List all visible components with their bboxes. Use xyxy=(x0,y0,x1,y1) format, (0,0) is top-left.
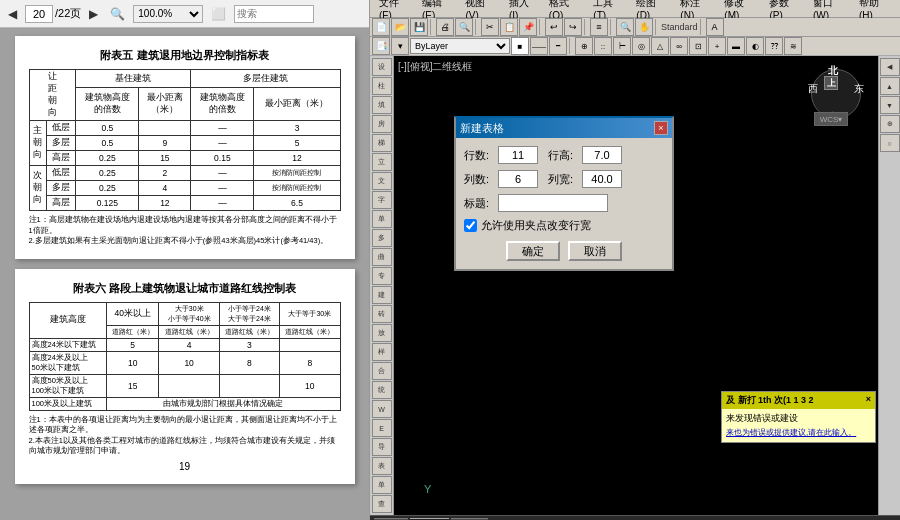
row-count-input[interactable] xyxy=(498,146,538,164)
pan-btn[interactable]: ✋ xyxy=(635,18,653,36)
tool-text-style[interactable]: 字 xyxy=(372,191,392,209)
tool-text-table[interactable]: 文 xyxy=(372,172,392,190)
osnap-btn[interactable]: △ xyxy=(651,37,669,55)
tool-fill[interactable]: 填 xyxy=(372,96,392,114)
tool-text-zoom[interactable]: 放 xyxy=(372,324,392,342)
right-tool-4[interactable]: ⊕ xyxy=(880,115,900,133)
qp-btn[interactable]: ⁇ xyxy=(765,37,783,55)
tag-input[interactable] xyxy=(498,194,608,212)
otrack-btn[interactable]: ∞ xyxy=(670,37,688,55)
cad-compass: 北 南 东 西 上 WCS▾ xyxy=(806,64,866,124)
table5-row5-v1: 0.25 xyxy=(76,181,139,196)
allow-grip-checkbox[interactable] xyxy=(464,219,477,232)
save-btn[interactable]: 💾 xyxy=(410,18,428,36)
tool-text-style2[interactable]: 样 xyxy=(372,343,392,361)
tool-brick[interactable]: 砖 xyxy=(372,305,392,323)
grid-btn[interactable]: :: xyxy=(594,37,612,55)
tool-cell-edit[interactable]: 单 xyxy=(372,476,392,494)
new-table-dialog: 新建表格 × 行数: 行高: 列数: 列宽: xyxy=(454,116,674,271)
dialog-close-button[interactable]: × xyxy=(654,121,668,135)
tool-settings[interactable]: 设 xyxy=(372,58,392,76)
page-number-input[interactable] xyxy=(25,5,53,23)
dialog-ok-button[interactable]: 确定 xyxy=(506,241,560,261)
tool-from-excel[interactable]: 导 xyxy=(372,438,392,456)
table5-row2-sub: 多层 xyxy=(47,136,76,151)
tool-column[interactable]: 柱 xyxy=(372,77,392,95)
col-count-input[interactable] xyxy=(498,170,538,188)
table5-subh3: 建筑物高度的倍数 xyxy=(191,88,254,121)
snap-btn[interactable]: ⊕ xyxy=(575,37,593,55)
lweight-btn[interactable]: ▬ xyxy=(727,37,745,55)
tool-立[interactable]: 立 xyxy=(372,153,392,171)
tool-to-word[interactable]: W xyxy=(372,400,392,418)
ducs-btn[interactable]: ⊡ xyxy=(689,37,707,55)
table6-col2: 大于30米小于等于40米 xyxy=(159,302,219,325)
right-tool-1[interactable]: ◀ xyxy=(880,58,900,76)
tool-single-text[interactable]: 单 xyxy=(372,210,392,228)
right-tool-3[interactable]: ▼ xyxy=(880,96,900,114)
dialog-cancel-button[interactable]: 取消 xyxy=(568,241,622,261)
tool-table-info[interactable]: 表 xyxy=(372,457,392,475)
layer-dropdown[interactable]: ByLayer xyxy=(410,38,510,54)
print-btn[interactable]: 🖨 xyxy=(436,18,454,36)
ortho-btn[interactable]: ⊢ xyxy=(613,37,631,55)
col-width-input[interactable] xyxy=(582,170,622,188)
tool-pro-text[interactable]: 专 xyxy=(372,267,392,285)
table5-subh1: 建筑物高度的倍数 xyxy=(76,88,139,121)
table5-row6-v2: 12 xyxy=(139,196,191,211)
pdf-page-table6: 附表六 路段上建筑物退让城市道路红线控制表 建筑高度 40米以上 大于30米小于… xyxy=(15,269,355,484)
table6-col1: 40米以上 xyxy=(106,302,159,325)
zoom-fit-button[interactable]: ⬜ xyxy=(207,5,230,23)
layer-list-btn[interactable]: ▾ xyxy=(391,37,409,55)
color-btn[interactable]: ■ xyxy=(511,37,529,55)
right-tool-2[interactable]: ▲ xyxy=(880,77,900,95)
cut-btn[interactable]: ✂ xyxy=(481,18,499,36)
new-file-btn[interactable]: 📄 xyxy=(372,18,390,36)
table5-row5-v3: — xyxy=(191,181,254,196)
tool-find-replace[interactable]: 查 xyxy=(372,495,392,513)
sep4 xyxy=(584,19,588,35)
tool-multi-text[interactable]: 多 xyxy=(372,229,392,247)
table6-sub1: 道路红（米） xyxy=(106,325,159,338)
tool-merge[interactable]: 合 xyxy=(372,362,392,380)
sep7 xyxy=(700,19,704,35)
linetype-btn[interactable]: —— xyxy=(530,37,548,55)
row-height-input[interactable] xyxy=(582,146,622,164)
copy-btn[interactable]: 📋 xyxy=(500,18,518,36)
tool-curve-text[interactable]: 曲 xyxy=(372,248,392,266)
layer-props-btn[interactable]: 📑 xyxy=(372,37,390,55)
tool-uniform[interactable]: 统 xyxy=(372,381,392,399)
sc-btn[interactable]: ≋ xyxy=(784,37,802,55)
tool-stair[interactable]: 梯 xyxy=(372,134,392,152)
table6-height-header: 建筑高度 xyxy=(29,302,106,338)
pdf-content: 附表五 建筑退用地边界控制指标表 让距朝向 基住建筑 多层住建筑 建筑物高度的倍… xyxy=(0,28,369,520)
lineweight-btn[interactable]: ━ xyxy=(549,37,567,55)
compass-view-btn[interactable]: WCS▾ xyxy=(814,112,848,126)
style-btn[interactable]: A xyxy=(706,18,724,36)
right-tool-5[interactable]: ○ xyxy=(880,134,900,152)
notif-close-button[interactable]: × xyxy=(866,394,871,407)
col-width-label: 列宽: xyxy=(548,172,578,187)
zoom-select[interactable]: 100.0% 75% 125% xyxy=(133,5,203,23)
match-btn[interactable]: ≡ xyxy=(590,18,608,36)
forward-button[interactable]: ▶ xyxy=(85,5,102,23)
cad-canvas-area[interactable]: [-][俯视]二维线框 北 南 东 西 上 WCS▾ Y 新建表格 xyxy=(394,56,878,515)
notif-link[interactable]: 来也为错误或提供建议,请在此输入。 xyxy=(726,428,856,437)
back-button[interactable]: ◀ xyxy=(4,5,21,23)
zoom-out-button[interactable]: 🔍 xyxy=(106,5,129,23)
open-btn[interactable]: 📂 xyxy=(391,18,409,36)
sep5 xyxy=(610,19,614,35)
tool-arch-text[interactable]: 建 xyxy=(372,286,392,304)
zoom-btn[interactable]: 🔍 xyxy=(616,18,634,36)
search-input[interactable] xyxy=(234,5,314,23)
paste-btn[interactable]: 📌 xyxy=(519,18,537,36)
polar-btn[interactable]: ◎ xyxy=(632,37,650,55)
dyn-btn[interactable]: + xyxy=(708,37,726,55)
dialog-title: 新建表格 xyxy=(460,121,504,136)
tool-to-excel[interactable]: E xyxy=(372,419,392,437)
print-preview-btn[interactable]: 🔍 xyxy=(455,18,473,36)
undo-btn[interactable]: ↩ xyxy=(545,18,563,36)
transparency-btn[interactable]: ◐ xyxy=(746,37,764,55)
tool-room[interactable]: 房 xyxy=(372,115,392,133)
redo-btn[interactable]: ↪ xyxy=(564,18,582,36)
